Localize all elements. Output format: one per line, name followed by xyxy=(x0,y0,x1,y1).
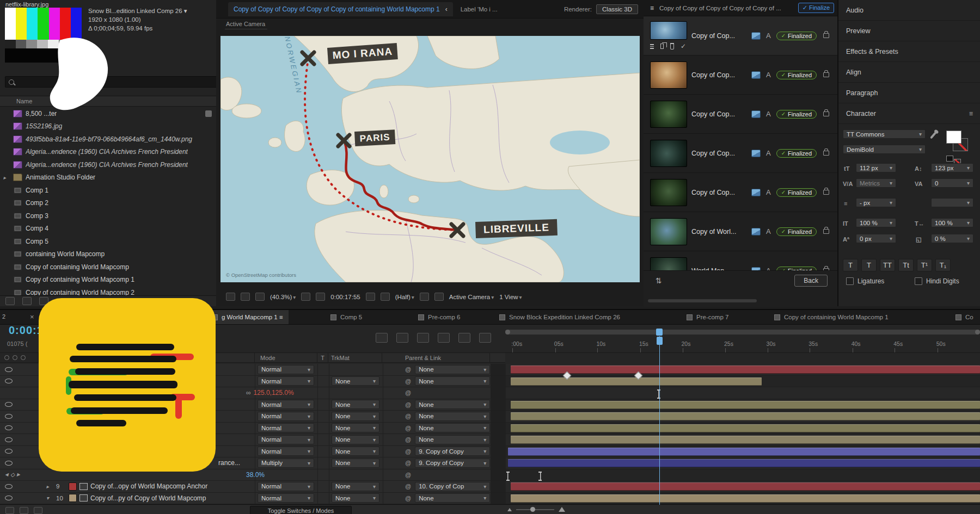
horizontal-scrollbar[interactable] xyxy=(648,299,757,302)
keyframe-ibeam-marker[interactable] xyxy=(538,472,542,481)
resolution-dropdown[interactable]: (Half)▾ xyxy=(395,294,414,300)
lock-icon[interactable] xyxy=(823,229,829,234)
parent-dropdown[interactable]: 9. Copy of Copy▾ xyxy=(415,447,490,456)
layer-duration-bar[interactable] xyxy=(511,424,980,432)
expand-layer-switches-icon[interactable] xyxy=(5,507,14,514)
layer-track[interactable] xyxy=(506,446,980,457)
trkmat-dropdown[interactable]: None▾ xyxy=(332,493,379,503)
transparency-grid-icon[interactable] xyxy=(420,293,429,301)
layer-track[interactable] xyxy=(506,493,980,504)
layer-track[interactable] xyxy=(506,423,980,434)
tsume-dropdown[interactable]: 0 %▾ xyxy=(931,234,973,243)
layer-card[interactable]: Copy of Worl... A ✓Finalized xyxy=(644,212,837,251)
eye-icon[interactable] xyxy=(5,425,13,430)
layer-name[interactable]: Copy of...opy of World Mapcomp Anchor xyxy=(90,482,207,490)
list-item[interactable]: 15S2196.jpg xyxy=(0,120,216,133)
trkmat-dropdown[interactable]: None▾ xyxy=(332,412,379,421)
snapshot-icon[interactable] xyxy=(366,293,375,301)
new-folder-icon[interactable] xyxy=(22,297,32,305)
eye-icon[interactable] xyxy=(5,449,13,454)
view-dropdown[interactable]: Active Camera▾ xyxy=(449,294,494,300)
expand-transfer-controls-icon[interactable] xyxy=(20,507,28,514)
list-item[interactable]: Copy of containing World Mapcomp 1 xyxy=(0,274,216,287)
mode-dropdown[interactable]: Normal▾ xyxy=(258,412,314,421)
frame-blend-icon[interactable] xyxy=(438,333,450,343)
magnify-icon[interactable] xyxy=(226,293,235,301)
list-item[interactable]: Algeria...endence (1960) CIA Archives Fr… xyxy=(0,158,216,171)
pickwhip-icon[interactable]: @ xyxy=(405,483,411,490)
tracking-dropdown[interactable]: 0▾ xyxy=(931,178,973,188)
label-swatch[interactable] xyxy=(69,494,77,502)
layer-thumbnail[interactable] xyxy=(650,179,687,206)
view-layout-dropdown[interactable]: 1 View▾ xyxy=(499,294,522,300)
list-item[interactable]: Comp 2 xyxy=(0,197,216,210)
panel-section[interactable]: Paragraph xyxy=(838,83,980,103)
mode-dropdown[interactable]: Normal▾ xyxy=(258,482,314,491)
parent-dropdown[interactable]: None▾ xyxy=(415,412,490,421)
finalize-button[interactable]: ✓ Finalize xyxy=(798,3,834,13)
list-item[interactable]: Comp 5 xyxy=(0,235,216,248)
list-item[interactable]: Comp 1 xyxy=(0,184,216,197)
pickwhip-icon[interactable]: @ xyxy=(405,401,411,408)
parent-dropdown[interactable]: None▾ xyxy=(415,435,490,444)
timeline-tab[interactable]: g World Mapcomp 1 ≡ xyxy=(206,310,289,324)
map-viewport[interactable]: NORWEGIAN MO I RANA PARIS LIBREVILLE © O… xyxy=(220,36,640,282)
chevron-left-icon[interactable]: ‹ xyxy=(445,5,448,13)
parent-dropdown[interactable]: None▾ xyxy=(415,400,490,409)
motion-blur-icon[interactable] xyxy=(458,333,470,343)
layer-duration-bar[interactable] xyxy=(511,482,980,491)
layer-card[interactable]: Copy of Cop... A ✓Finalized xyxy=(644,173,837,212)
graph-editor-icon[interactable] xyxy=(479,333,491,343)
eye-icon[interactable] xyxy=(5,402,13,407)
t-header[interactable]: T xyxy=(317,353,328,362)
back-button[interactable]: Back xyxy=(794,275,828,287)
pickwhip-icon[interactable]: @ xyxy=(405,366,411,373)
faux-bold-button[interactable]: T xyxy=(843,259,858,271)
subscript-button[interactable]: T₁ xyxy=(935,259,951,271)
trkmat-dropdown[interactable]: None▾ xyxy=(332,400,379,409)
mode-dropdown[interactable]: Normal▾ xyxy=(258,376,314,386)
comp-mini-flowchart-icon[interactable] xyxy=(376,333,388,343)
playhead-line[interactable] xyxy=(659,336,660,505)
hide-shy-icon[interactable] xyxy=(417,333,429,343)
eyedropper-icon[interactable] xyxy=(930,132,936,139)
eye-icon[interactable] xyxy=(5,461,13,466)
zoom-slider[interactable] xyxy=(516,509,554,510)
ligatures-checkbox[interactable]: Ligatures xyxy=(846,277,884,285)
font-style-dropdown[interactable]: DemiBold▾ xyxy=(843,145,926,154)
time-ruler[interactable]: :00s 05s 10s 15s 20s 25s 30s 35s 40s 45s… xyxy=(505,336,980,353)
label-swatch[interactable] xyxy=(69,482,77,491)
viewer-tab[interactable]: Copy of Copy of Copy of Copy of Copy of … xyxy=(228,2,453,16)
timeline-row[interactable]: ▸ 9 Copy of...opy of World Mapcomp Ancho… xyxy=(0,481,980,493)
font-size-dropdown[interactable]: 112 px▾ xyxy=(856,163,896,172)
list-item[interactable]: Copy of containing World Mapcomp 2 xyxy=(0,286,216,295)
trkmat-dropdown[interactable]: None▾ xyxy=(332,447,379,456)
mode-dropdown[interactable]: Normal▾ xyxy=(258,365,314,374)
timeline-tab[interactable]: Pre-comp 6 xyxy=(413,310,465,324)
layer-card[interactable]: Copy of Cop... A ✓Finalized xyxy=(644,134,837,173)
faux-italic-button[interactable]: T xyxy=(861,259,877,271)
layer-card[interactable]: Copy of Cop... A ✓Finalized xyxy=(644,55,837,95)
panel-section-character[interactable]: Character ≡ xyxy=(838,103,980,124)
lock-icon[interactable] xyxy=(823,190,829,195)
list-item[interactable]: ▸ Animation Studio Folder xyxy=(0,171,216,184)
stack-title[interactable]: Copy of Copy of Copy of Copy of Copy of … xyxy=(659,5,793,11)
link-icon[interactable]: ∞ xyxy=(246,389,251,397)
expand-inout-columns-icon[interactable] xyxy=(34,507,42,514)
pickwhip-icon[interactable]: @ xyxy=(405,378,411,385)
layer-name[interactable]: rance... xyxy=(218,459,240,467)
3d-glasses-icon[interactable] xyxy=(255,293,265,301)
vertical-scale-dropdown[interactable]: 100 %▾ xyxy=(856,218,896,227)
lock-icon[interactable] xyxy=(823,33,829,38)
baseline-shift-dropdown[interactable]: 0 px▾ xyxy=(856,234,896,243)
timeline-tab[interactable]: Comp 5 xyxy=(325,310,367,324)
panel-section[interactable]: Preview xyxy=(838,21,980,41)
small-caps-button[interactable]: Tt xyxy=(898,259,914,271)
layer-thumbnail[interactable] xyxy=(650,61,687,89)
trkmat-dropdown[interactable]: None▾ xyxy=(332,423,379,432)
eye-icon[interactable] xyxy=(5,367,13,372)
layer-duration-bar[interactable] xyxy=(511,401,980,409)
eye-icon[interactable] xyxy=(5,496,13,500)
twirl-icon[interactable]: ▸ xyxy=(3,175,6,181)
grid-options-icon[interactable] xyxy=(301,293,310,301)
